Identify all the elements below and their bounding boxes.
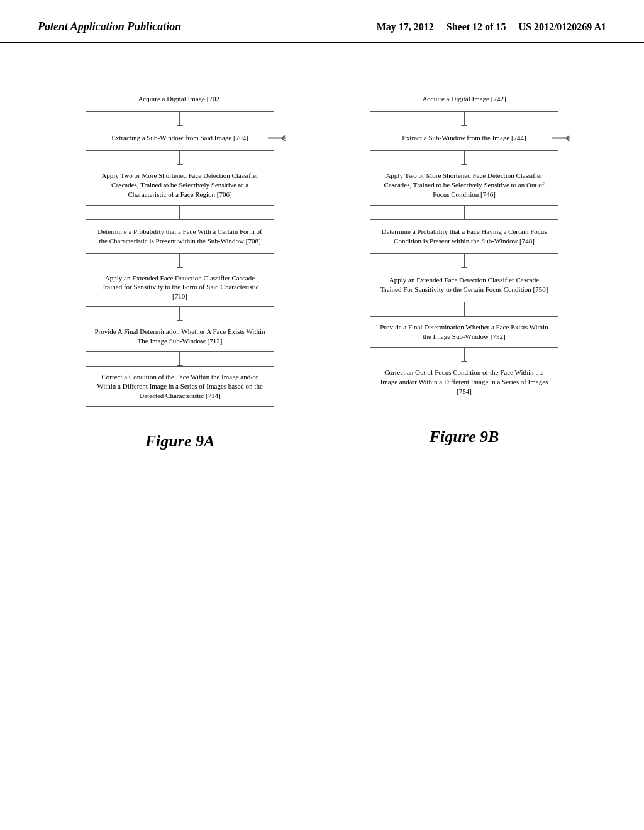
step-714: Correct a Condition of the Face Within t…: [86, 366, 274, 407]
page-header: Patent Application Publication May 17, 2…: [0, 0, 644, 43]
figure-9a-label: Figure 9A: [145, 432, 215, 451]
arrow-742-744: [464, 112, 465, 126]
step-748: Determine a Probability that a Face Havi…: [370, 219, 558, 254]
arrow-704-706: [179, 151, 180, 165]
step-750: Apply an Extended Face Detection Classif…: [370, 268, 558, 302]
step-712: Provide A Final Determination Whether A …: [86, 321, 274, 352]
header-date: May 17, 2012 Sheet 12 of 15 US 2012/0120…: [377, 19, 606, 35]
figure-9b-wrapper: Acquire a Digital Image [742] Extract a …: [348, 87, 580, 402]
arrow-710-712: [179, 307, 180, 321]
figure-9b-label: Figure 9B: [430, 428, 499, 446]
figure-9b-steps: Acquire a Digital Image [742] Extract a …: [348, 87, 580, 402]
feedback-arrow-704: [268, 136, 287, 140]
step-704: Extracting a Sub-Window from Said Image …: [86, 126, 274, 151]
arrow-752-754: [464, 348, 465, 362]
arrow-750-752: [464, 302, 465, 316]
step-706: Apply Two or More Shortened Face Detecti…: [86, 165, 274, 206]
figure-9a-diagram: Acquire a Digital Image [702] Extracting…: [48, 87, 312, 451]
step-742: Acquire a Digital Image [742]: [370, 87, 558, 112]
page-content: Acquire a Digital Image [702] Extracting…: [0, 43, 644, 477]
step-702: Acquire a Digital Image [702]: [86, 87, 274, 112]
step-744: Extract a Sub-Window from the Image [744…: [370, 126, 558, 151]
diagrams-container: Acquire a Digital Image [702] Extracting…: [38, 87, 606, 451]
figure-9b-diagram: Acquire a Digital Image [742] Extract a …: [332, 87, 596, 446]
step-708: Determine a Probability that a Face With…: [86, 219, 274, 254]
step-752: Provide a Final Determination Whether a …: [370, 316, 558, 348]
header-info: May 17, 2012 Sheet 12 of 15 US 2012/0120…: [377, 19, 606, 35]
step-754: Correct an Out of Focus Condition of the…: [370, 362, 558, 402]
arrow-746-748: [464, 206, 465, 219]
arrow-706-708: [179, 206, 180, 219]
arrow-708-710: [179, 254, 180, 268]
publication-title: Patent Application Publication: [38, 19, 181, 35]
step-746: Apply Two or More Shortened Face Detecti…: [370, 165, 558, 206]
figure-9a-steps: Acquire a Digital Image [702] Extracting…: [64, 87, 296, 407]
figure-9a-wrapper: Acquire a Digital Image [702] Extracting…: [64, 87, 296, 407]
arrow-748-750: [464, 254, 465, 268]
feedback-arrow-744: [552, 136, 571, 140]
step-710: Apply an Extended Face Detection Classif…: [86, 268, 274, 307]
arrow-712-714: [179, 352, 180, 366]
arrow-702-704: [179, 112, 180, 126]
arrow-744-746: [464, 151, 465, 165]
